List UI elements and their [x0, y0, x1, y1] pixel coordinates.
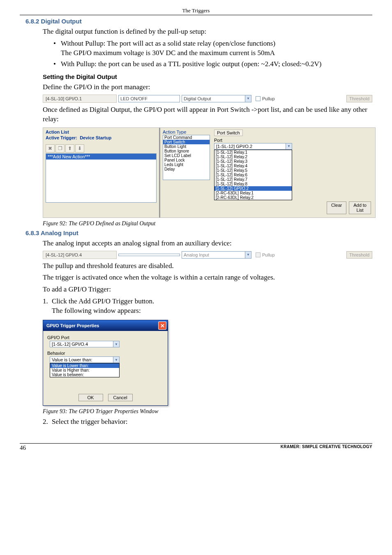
- action-type-item[interactable]: Port Switch: [163, 140, 210, 144]
- close-icon[interactable]: ✕: [158, 321, 166, 330]
- gpio-port-select[interactable]: [1-SL-12] GPI/O.4 ▼: [50, 341, 120, 347]
- figure-92-panel: Action List Active Trigger: Device Start…: [43, 127, 376, 218]
- move-up-icon[interactable]: ⬆: [65, 144, 74, 153]
- pm-pullup-checkbox: Pullup: [256, 252, 275, 257]
- chevron-down-icon[interactable]: ▼: [113, 341, 120, 347]
- running-head: The Triggers: [20, 7, 372, 14]
- port-list-item[interactable]: [1-SL-12] GPI/O.2: [214, 186, 292, 191]
- port-list-item[interactable]: [1-SL-12] Relay.7: [214, 177, 292, 182]
- add-to-list-button[interactable]: Add to List: [349, 201, 371, 214]
- chevron-down-icon[interactable]: ▼: [245, 95, 251, 102]
- pm-port-description-input[interactable]: LED ON/OFF: [118, 95, 180, 102]
- pm-port-type-value: Digital Output: [182, 95, 245, 102]
- behavior-select[interactable]: Value is Lower than: ▼: [50, 356, 120, 363]
- delete-icon[interactable]: ✖: [46, 144, 55, 153]
- behavior-option[interactable]: Value is Lower than:: [50, 363, 119, 368]
- bullet-without-pullup-line2: The GPI/O maximum voltage is 30V DC and …: [61, 49, 275, 57]
- pm-port-description-input[interactable]: [118, 254, 180, 256]
- copy-icon[interactable]: ❐: [55, 144, 65, 153]
- behavior-option[interactable]: Value is between:: [50, 372, 119, 377]
- behavior-option[interactable]: Value is Higher than:: [50, 368, 119, 372]
- gpio-trigger-properties-dialog: GPI/O Trigger Properties ✕ GPI/O Port [1…: [43, 320, 168, 406]
- figure-92-caption: Figure 92: The GPI/O Defined as Digital …: [43, 220, 372, 227]
- port-list-dropdown[interactable]: [1-SL-12] Relay.1 [1-SL-12] Relay.2 [1-S…: [214, 150, 292, 200]
- footer-brand: KRAMER: SIMPLE CREATIVE TECHNOLOGY: [281, 444, 372, 451]
- page-number: 46: [20, 444, 26, 451]
- para-intro-digital: The digital output function is defined b…: [43, 27, 372, 37]
- action-type-item[interactable]: Panel Lock: [163, 158, 210, 162]
- bullet-without-pullup: Without Pullup: The port will act as a s…: [53, 39, 372, 58]
- port-switch-box-title: Port Switch: [214, 130, 243, 136]
- action-type-item[interactable]: Leds Light: [163, 162, 210, 167]
- active-trigger-label: Active Trigger:: [46, 135, 77, 140]
- pm-port-type-select[interactable]: Analog Input ▼: [182, 251, 251, 259]
- gpio-port-label: GPI/O Port: [47, 335, 164, 340]
- ok-button[interactable]: OK: [78, 394, 103, 401]
- port-list-item[interactable]: [1-SL-12] Relay.8: [214, 182, 292, 186]
- pm-port-name: [4-SL-12] GPI/O.4: [43, 251, 117, 259]
- heading-683-num: 6.8.3: [25, 229, 39, 236]
- port-manager-row-digital: [4-SL-10] GPI/O.1 LED ON/OFF Digital Out…: [43, 95, 372, 103]
- pm-pullup-label: Pullup: [262, 96, 275, 101]
- step-1-followup: The following window appears:: [52, 307, 141, 314]
- para-analog-intro: The analog input accepts an analog signa…: [43, 239, 372, 248]
- behavior-dropdown-list[interactable]: Value is Lower than: Value is Higher tha…: [50, 363, 120, 377]
- action-type-item[interactable]: Delay: [163, 167, 210, 171]
- action-list-box[interactable]: ***Add New Action***: [46, 153, 157, 203]
- action-list-title: Action List: [46, 130, 157, 134]
- para-pullup-disabled: The pullup and threshold features are di…: [43, 261, 372, 271]
- pm-threshold-button: Threshold: [346, 95, 372, 102]
- dialog-titlebar: GPI/O Trigger Properties ✕: [43, 320, 168, 331]
- port-list-item[interactable]: [1-SL-12] Relay.4: [214, 164, 292, 168]
- heading-683-title: Analog Input: [41, 229, 78, 236]
- pm-pullup-checkbox[interactable]: Pullup: [256, 96, 275, 101]
- action-type-item[interactable]: Set LCD Label: [163, 153, 210, 158]
- chevron-down-icon[interactable]: ▼: [113, 356, 120, 363]
- heading-682-num: 6.8.2: [25, 18, 39, 25]
- port-list-item[interactable]: [1-SL-12] Relay.5: [214, 168, 292, 173]
- action-add-new-row[interactable]: ***Add New Action***: [46, 154, 156, 160]
- port-select[interactable]: [1-SL-12] GPI/O.2 ▼: [214, 143, 292, 150]
- move-down-icon[interactable]: ⬇: [75, 144, 84, 153]
- port-select-value: [1-SL-12] GPI/O.2: [214, 143, 286, 150]
- step-1: 1.Click the Add GPI/O Trigger button. Th…: [43, 297, 372, 316]
- behavior-value: Value is Lower than:: [50, 356, 113, 363]
- port-list-item[interactable]: [2-RC-63DL] Relay.1: [214, 191, 292, 195]
- dialog-title: GPI/O Trigger Properties: [46, 323, 158, 328]
- top-rule: [20, 15, 372, 15]
- pm-threshold-button: Threshold: [346, 251, 372, 259]
- port-list-item[interactable]: [2-RC-63DL] Relay.2: [214, 195, 292, 200]
- port-list-item[interactable]: [1-SL-12] Relay.6: [214, 173, 292, 177]
- pm-port-type-select[interactable]: Digital Output ▼: [182, 95, 251, 102]
- action-type-item[interactable]: Button Ignore: [163, 149, 210, 153]
- port-list-item[interactable]: [1-SL-12] Relay.1: [214, 150, 292, 155]
- cancel-button[interactable]: Cancel: [108, 394, 133, 401]
- footer-rule: [20, 443, 372, 444]
- port-list-item[interactable]: [1-SL-12] Relay.3: [214, 159, 292, 164]
- checkbox-icon: [256, 252, 261, 257]
- pm-pullup-label: Pullup: [262, 252, 275, 257]
- step-2-text: Select the trigger behavior:: [52, 418, 128, 426]
- step-2: 2.Select the trigger behavior:: [43, 417, 372, 427]
- page-footer: 46 KRAMER: SIMPLE CREATIVE TECHNOLOGY: [20, 444, 372, 454]
- port-list-item[interactable]: [1-SL-12] Relay.2: [214, 155, 292, 159]
- para-define-gpio: Define the GPI/O in the port manager:: [43, 83, 372, 92]
- action-type-item[interactable]: Button Light: [163, 144, 210, 149]
- heading-683: 6.8.3 Analog Input: [25, 229, 372, 236]
- action-type-listbox[interactable]: Port Command Port Switch Button Light Bu…: [163, 135, 210, 180]
- checkbox-icon: [256, 96, 261, 101]
- clear-button[interactable]: Clear: [327, 201, 346, 214]
- para-once-defined: Once defined as Digital Output, the GPI/…: [43, 105, 372, 124]
- pm-port-name: [4-SL-10] GPI/O.1: [43, 95, 117, 103]
- step-1-text: Click the Add GPI/O Trigger button.: [52, 297, 154, 305]
- chevron-down-icon[interactable]: ▼: [245, 251, 251, 259]
- chevron-down-icon[interactable]: ▼: [286, 143, 292, 150]
- action-list-column: Action List Active Trigger: Device Start…: [43, 128, 160, 217]
- action-type-column: Action Type Port Command Port Switch But…: [160, 128, 375, 217]
- bullet-without-pullup-line1: Without Pullup: The port will act as a s…: [61, 39, 275, 47]
- bullet-with-pullup: With Pullup: the port can be used as a T…: [53, 60, 372, 69]
- action-list-toolbar: ✖ ❐ ⬆ ⬇: [46, 144, 157, 153]
- action-type-item[interactable]: Port Command: [163, 135, 210, 140]
- action-type-label: Action Type: [163, 130, 210, 134]
- active-trigger-value: Device Startup: [80, 135, 111, 140]
